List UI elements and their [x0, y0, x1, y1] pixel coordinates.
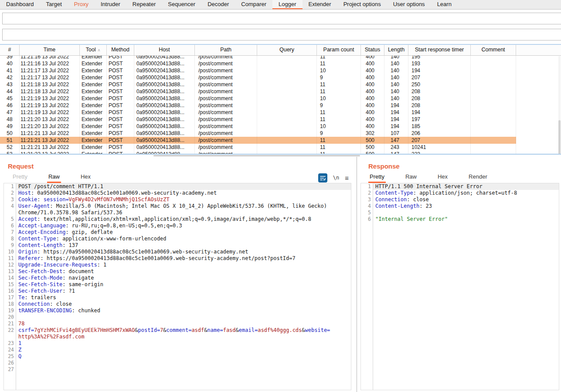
column-header-length[interactable]: Length	[384, 45, 408, 55]
capture-filter-bar[interactable]: Capture filter: Logger memory limit set …	[2, 13, 561, 24]
line-content: HTTP/1.1 500 Internal Server Error	[373, 183, 559, 190]
cell-num: 40	[0, 60, 20, 67]
table-horizontal-scrollbar-thumb[interactable]	[153, 155, 360, 156]
table-row[interactable]: 4711:21:19 13 Jul 2022ExtenderPOST0a9500…	[0, 109, 561, 116]
table-row[interactable]: 5311:21:22 13 Jul 2022ExtenderPOST0a9500…	[0, 151, 561, 154]
line-number: 23	[4, 340, 16, 347]
cell-params: 11	[317, 137, 361, 144]
line-content: Cookie: session=VgFWy4D2vMfON7vMNMhjQ1Sc…	[16, 196, 351, 203]
column-header-timer[interactable]: Start response timer	[408, 45, 471, 55]
menu-item-dashboard[interactable]: Dashboard	[0, 0, 40, 9]
column-header-query[interactable]: Query	[257, 45, 317, 55]
menu-item-learn[interactable]: Learn	[431, 0, 458, 9]
table-row[interactable]: 4611:21:19 13 Jul 2022ExtenderPOST0a9500…	[0, 102, 561, 109]
request-tab-pretty[interactable]: Pretty	[11, 172, 29, 183]
cell-path: /post/comment	[195, 60, 257, 67]
line-number: 2	[361, 190, 373, 196]
menu-item-proxy[interactable]: Proxy	[68, 0, 95, 9]
menu-item-extender[interactable]: Extender	[303, 0, 337, 9]
line-number: 27	[4, 366, 16, 373]
response-editor[interactable]: 1HTTP/1.1 500 Internal Server Error2Cont…	[360, 183, 559, 390]
wrap-icon[interactable]	[318, 173, 327, 182]
menu-item-decoder[interactable]: Decoder	[201, 0, 235, 9]
cell-timer: 208	[408, 95, 471, 102]
request-editor[interactable]: 1POST /post/comment HTTP/1.12Host: 0a950…	[3, 183, 351, 390]
editor-menu-icon[interactable]: ≡	[345, 175, 349, 181]
newline-icon[interactable]: \n	[333, 175, 339, 181]
menu-item-intruder[interactable]: Intruder	[95, 0, 126, 9]
cell-status: 400	[361, 102, 384, 109]
line-content: Content-Length: 137	[16, 242, 351, 249]
table-row[interactable]: 5211:21:21 13 Jul 2022ExtenderPOST0a9500…	[0, 144, 561, 151]
table-vertical-scrollbar-thumb[interactable]	[558, 120, 561, 154]
table-row[interactable]: 4111:21:17 13 Jul 2022ExtenderPOST0a9500…	[0, 67, 561, 74]
cell-method: POST	[107, 130, 134, 137]
cell-comment	[471, 137, 516, 144]
request-tab-hex[interactable]: Hex	[79, 172, 92, 183]
cell-comment	[471, 67, 516, 74]
menu-item-logger[interactable]: Logger	[272, 0, 302, 9]
column-header-time[interactable]: Time	[20, 45, 80, 55]
menu-item-user-options[interactable]: User options	[387, 0, 431, 9]
table-row[interactable]: 4511:21:19 13 Jul 2022ExtenderPOST0a9500…	[0, 95, 561, 102]
cell-num: 49	[0, 123, 20, 130]
table-row[interactable]: 4911:21:20 13 Jul 2022ExtenderPOST0a9500…	[0, 123, 561, 130]
menu-item-repeater[interactable]: Repeater	[126, 0, 162, 9]
menu-item-sequencer[interactable]: Sequencer	[162, 0, 201, 9]
response-tab-render[interactable]: Render	[467, 172, 489, 183]
menu-item-project-options[interactable]: Project options	[337, 0, 387, 9]
cell-length: 140	[384, 67, 408, 74]
cell-path: /post/comment	[195, 116, 257, 123]
column-header-host[interactable]: Host	[134, 45, 195, 55]
column-header-tool[interactable]: Tool∧	[80, 45, 107, 55]
editor-line: 6"Internal Server Error"	[361, 216, 559, 223]
table-row[interactable]: 5111:21:21 13 Jul 2022ExtenderPOST0a9500…	[0, 137, 561, 144]
editor-line: 3Cookie: session=VgFWy4D2vMfON7vMNMhjQ1S…	[4, 196, 351, 203]
table-row[interactable]: 4211:21:17 13 Jul 2022ExtenderPOST0a9500…	[0, 74, 561, 81]
menu-item-comparer[interactable]: Comparer	[235, 0, 272, 9]
response-tab-raw[interactable]: Raw	[404, 172, 418, 183]
response-tab-hex[interactable]: Hex	[436, 172, 449, 183]
column-header-num[interactable]: #	[0, 45, 20, 55]
line-number: 19	[4, 308, 16, 314]
line-number: 13	[4, 268, 16, 275]
table-row[interactable]: 4311:21:18 13 Jul 2022ExtenderPOST0a9500…	[0, 81, 561, 88]
cell-tool: Extender	[80, 109, 107, 116]
cell-time: 11:21:22 13 Jul 2022	[20, 151, 80, 154]
cell-time: 11:21:18 13 Jul 2022	[20, 81, 80, 88]
column-header-status[interactable]: Status	[361, 45, 384, 55]
cell-status: 400	[361, 109, 384, 116]
line-content: tRANSFER-ENCODING: chunked	[16, 308, 351, 314]
cell-method: POST	[107, 67, 134, 74]
request-tab-raw[interactable]: Raw	[47, 172, 61, 183]
log-table-body[interactable]: 3911:21:16 13 Jul 2022ExtenderPOST0a9500…	[0, 56, 561, 154]
table-vertical-scrollbar[interactable]	[558, 56, 561, 154]
view-filter-bar[interactable]: View filter: Showing all items	[2, 29, 561, 41]
table-row[interactable]: 4011:21:16 13 Jul 2022ExtenderPOST0a9500…	[0, 60, 561, 67]
cell-comment	[471, 88, 516, 95]
cell-host: 0a9500020413d88...	[134, 60, 195, 67]
column-header-params[interactable]: Param count	[317, 45, 361, 55]
menu-item-target[interactable]: Target	[40, 0, 68, 9]
table-row[interactable]: 4811:21:20 13 Jul 2022ExtenderPOST0a9500…	[0, 116, 561, 123]
cell-status: 400	[361, 60, 384, 67]
editor-line: 231	[4, 340, 351, 347]
column-header-comment[interactable]: Comment	[471, 45, 516, 55]
cell-num: 41	[0, 67, 20, 74]
column-header-filler	[516, 45, 561, 55]
column-header-path[interactable]: Path	[195, 45, 257, 55]
cell-comment	[471, 151, 516, 154]
column-header-method[interactable]: Method	[107, 45, 134, 55]
response-tab-pretty[interactable]: Pretty	[368, 172, 386, 183]
table-row[interactable]: 4411:21:18 13 Jul 2022ExtenderPOST0a9500…	[0, 88, 561, 95]
cell-time: 11:21:19 13 Jul 2022	[20, 95, 80, 102]
editor-line: 15Sec-Fetch-Site: same-origin	[4, 281, 351, 288]
cell-length: 107	[384, 130, 408, 137]
editor-line: 2Host: 0a9500020413d88ac08c5c1e001a0069.…	[4, 190, 351, 196]
line-content: Q	[16, 353, 351, 360]
cell-time: 11:21:17 13 Jul 2022	[20, 74, 80, 81]
table-row[interactable]: 3911:21:16 13 Jul 2022ExtenderPOST0a9500…	[0, 56, 561, 60]
table-row[interactable]: 5011:21:21 13 Jul 2022ExtenderPOST0a9500…	[0, 130, 561, 137]
line-content: 1	[16, 340, 351, 347]
editor-line: 2Content-Type: application/json; charset…	[361, 190, 559, 196]
